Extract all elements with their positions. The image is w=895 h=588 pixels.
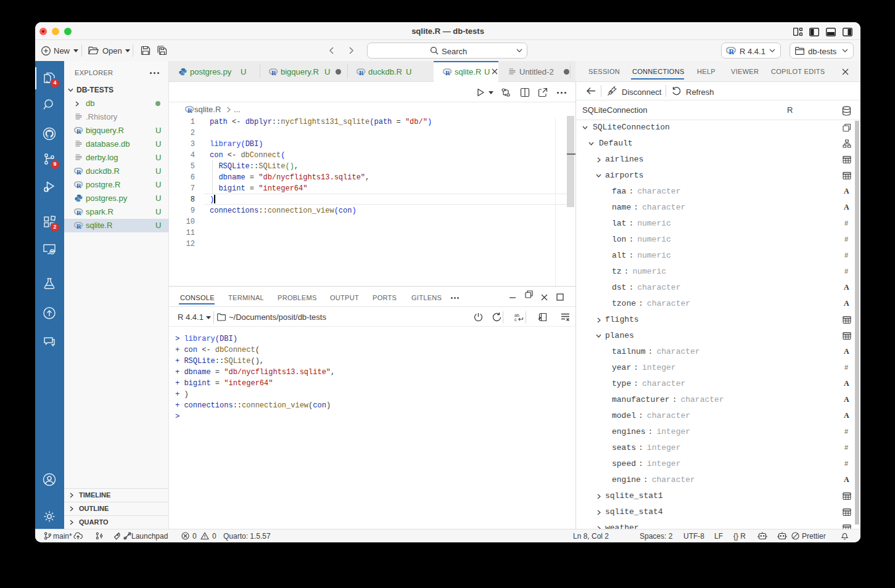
svg-text:R: R: [76, 128, 81, 134]
svg-text:R: R: [359, 70, 364, 76]
svg-text:R: R: [76, 210, 81, 216]
svg-text:R: R: [188, 107, 192, 113]
svg-text:c: c: [514, 317, 517, 322]
svg-text:R: R: [76, 169, 81, 175]
svg-text:R: R: [729, 47, 735, 55]
svg-text:ab: ab: [514, 313, 519, 317]
svg-text:R: R: [76, 182, 81, 189]
svg-text:R: R: [76, 223, 81, 229]
svg-text:R: R: [445, 70, 450, 76]
svg-text:R: R: [271, 70, 276, 76]
